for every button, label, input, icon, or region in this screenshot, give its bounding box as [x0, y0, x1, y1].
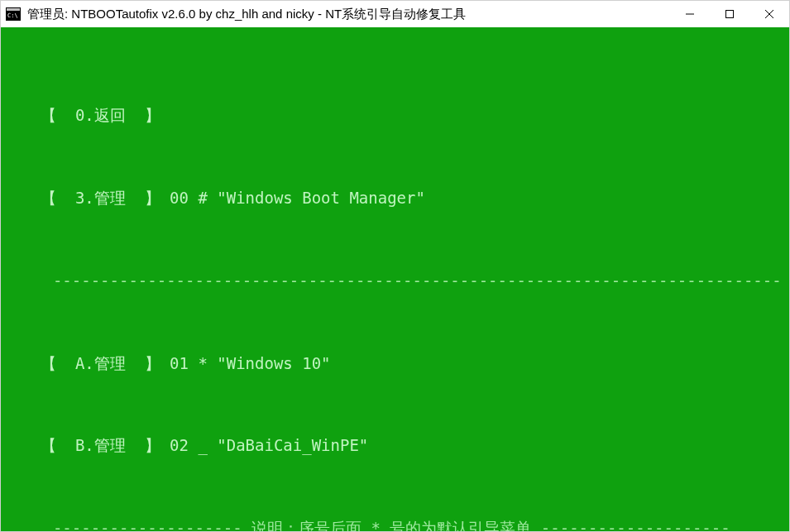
svg-rect-1: [7, 8, 20, 11]
console-area[interactable]: 【 0.返回 】 【 3.管理 】 00 # "Windows Boot Man…: [1, 27, 789, 531]
app-icon: C:\: [6, 7, 21, 21]
svg-rect-5: [726, 11, 734, 18]
svg-text:C:\: C:\: [7, 12, 18, 19]
app-window: C:\ 管理员: NTBOOTautofix v2.6.0 by chz_hlh…: [0, 0, 790, 532]
window-title: 管理员: NTBOOTautofix v2.6.0 by chz_hlh and…: [27, 7, 670, 22]
menu-item-a: 【 A.管理 】 01 * "Windows 10": [1, 352, 789, 375]
menu-item-3: 【 3.管理 】 00 # "Windows Boot Manager": [1, 187, 789, 209]
titlebar: C:\ 管理员: NTBOOTautofix v2.6.0 by chz_hlh…: [1, 1, 789, 27]
explain-line: -------------------- 说明：序号后面 * 号的为默认引导菜单…: [1, 517, 789, 531]
menu-item-b: 【 B.管理 】 02 _ "DaBaiCai_WinPE": [1, 434, 789, 457]
maximize-button[interactable]: [710, 1, 749, 27]
close-button[interactable]: [749, 1, 789, 27]
menu-item-0: 【 0.返回 】: [1, 104, 789, 127]
window-controls: [670, 1, 789, 27]
minimize-button[interactable]: [670, 1, 710, 27]
divider-1: ----------------------------------------…: [1, 270, 789, 292]
